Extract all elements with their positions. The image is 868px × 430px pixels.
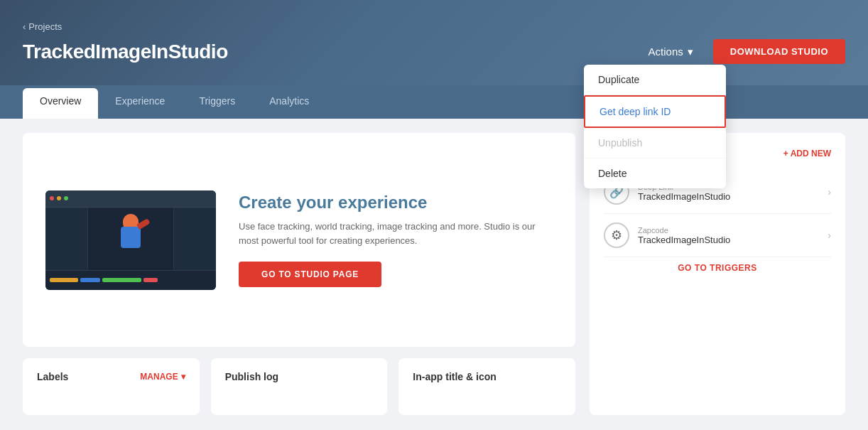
trigger-zapcode[interactable]: ⚙ Zapcode TrackedImageInStudio › xyxy=(604,214,831,257)
trigger-zapcode-info: Zapcode TrackedImageInStudio xyxy=(638,226,828,245)
publish-log-title: Publish log xyxy=(225,371,278,382)
breadcrumb[interactable]: ‹ Projects xyxy=(23,21,845,32)
page-title: TrackedImageInStudio xyxy=(23,41,228,63)
hero-description: Use face tracking, world tracking, image… xyxy=(239,220,553,247)
main-content: Create your experience Use face tracking… xyxy=(0,119,868,429)
nav-tabs: Overview Experience Triggers Analytics xyxy=(0,85,868,119)
dropdown-item-delete[interactable]: Delete xyxy=(584,158,726,188)
bottom-cards: Labels MANAGE ▾ Publish log In-app title… xyxy=(23,358,575,415)
hero-title: Create your experience xyxy=(239,193,553,213)
tab-analytics[interactable]: Analytics xyxy=(252,85,326,119)
tab-experience[interactable]: Experience xyxy=(98,85,182,119)
breadcrumb-label[interactable]: Projects xyxy=(28,21,62,32)
trigger-zapcode-type: Zapcode xyxy=(638,226,828,235)
manage-chevron-icon: ▾ xyxy=(181,372,185,382)
hero-content: Create your experience Use face tracking… xyxy=(239,193,553,287)
dropdown-item-unpublish: Unpublish xyxy=(584,128,726,158)
trigger-zapcode-name: TrackedImageInStudio xyxy=(638,235,828,245)
trigger-deep-link-chevron-icon: › xyxy=(828,186,831,198)
labels-card: Labels MANAGE ▾ xyxy=(23,358,200,415)
add-new-trigger-button[interactable]: + ADD NEW xyxy=(783,149,831,158)
dropdown-item-duplicate[interactable]: Duplicate xyxy=(584,65,726,95)
manage-labels-button[interactable]: MANAGE ▾ xyxy=(140,372,185,382)
tab-triggers[interactable]: Triggers xyxy=(182,85,252,119)
download-studio-button[interactable]: DOWNLOAD STUDIO xyxy=(713,39,845,64)
dropdown-item-get-deep-link[interactable]: Get deep link ID xyxy=(584,95,726,128)
go-to-studio-button[interactable]: GO TO STUDIO PAGE xyxy=(239,262,381,287)
hero-card: Create your experience Use face tracking… xyxy=(23,133,575,347)
goto-triggers-button[interactable]: GO TO TRIGGERS xyxy=(604,257,831,273)
header-actions: Actions ▾ DOWNLOAD STUDIO xyxy=(640,39,845,64)
actions-button[interactable]: Actions ▾ xyxy=(640,40,702,64)
breadcrumb-chevron: ‹ xyxy=(23,21,26,32)
actions-dropdown-menu: Duplicate Get deep link ID Unpublish Del… xyxy=(584,65,726,188)
header-row: TrackedImageInStudio Actions ▾ DOWNLOAD … xyxy=(23,39,845,64)
in-app-title-card: In-app title & icon xyxy=(398,358,575,415)
header: ‹ Projects TrackedImageInStudio Actions … xyxy=(0,0,868,85)
zapcode-icon: ⚙ xyxy=(604,222,629,248)
actions-label: Actions xyxy=(649,45,683,58)
trigger-deep-link-name: TrackedImageInStudio xyxy=(638,191,828,202)
trigger-zapcode-chevron-icon: › xyxy=(828,230,831,241)
studio-preview-image xyxy=(45,190,216,290)
tab-overview[interactable]: Overview xyxy=(23,88,98,119)
labels-title: Labels xyxy=(37,371,68,382)
left-panel: Create your experience Use face tracking… xyxy=(23,133,575,415)
in-app-title-label: In-app title & icon xyxy=(413,371,496,382)
publish-log-card: Publish log xyxy=(211,358,388,415)
actions-chevron-icon: ▾ xyxy=(688,45,693,58)
